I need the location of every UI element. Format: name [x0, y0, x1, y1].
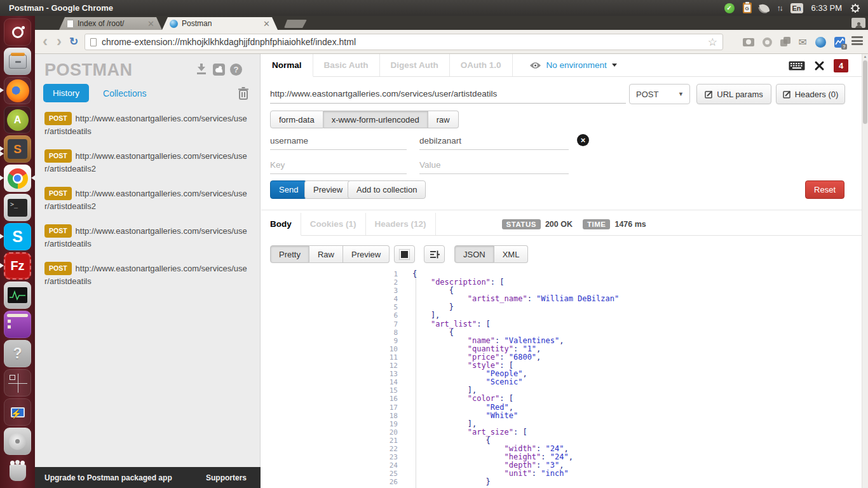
history-item[interactable]: POSThttp://www.eastonartgalleries.com/se… — [35, 259, 260, 290]
supporters-link[interactable]: Supporters — [206, 473, 247, 482]
tab-close-icon[interactable]: ✕ — [142, 20, 154, 28]
new-tab-button[interactable] — [284, 20, 307, 28]
tab-raw[interactable]: raw — [428, 111, 459, 128]
ring-extension-icon[interactable] — [763, 37, 772, 47]
view-pretty-button[interactable]: Pretty — [270, 245, 309, 263]
help-icon[interactable]: ? — [230, 64, 242, 76]
launcher-disks-icon[interactable] — [4, 428, 31, 455]
launcher-software-icon[interactable] — [4, 311, 31, 338]
tab-body[interactable]: Body — [261, 213, 301, 236]
tab-close-icon[interactable]: ✕ — [258, 20, 270, 28]
tab-normal[interactable]: Normal — [261, 54, 313, 77]
param-value-input[interactable] — [419, 132, 569, 150]
globe-extension-icon[interactable] — [815, 37, 826, 48]
preview-button[interactable]: Preview — [304, 180, 351, 199]
param-value-input[interactable] — [419, 156, 569, 174]
profile-button[interactable] — [851, 18, 865, 28]
tab-oauth[interactable]: OAuth 1.0 — [450, 54, 513, 76]
browser-tabstrip: Index of /root/ ✕ Postman ✕ — [35, 16, 868, 30]
forward-button[interactable]: › — [57, 32, 62, 50]
view-raw-button[interactable]: Raw — [309, 245, 343, 263]
trash-icon[interactable] — [236, 86, 250, 101]
chart-extension-icon[interactable]: ? — [834, 37, 845, 48]
launcher-filezilla-icon[interactable]: Fz — [4, 252, 31, 280]
param-key-input[interactable] — [270, 156, 407, 174]
reload-button[interactable]: ↻ — [69, 35, 78, 48]
send-button[interactable]: Send — [270, 180, 307, 199]
notification-badge[interactable]: 4 — [834, 59, 848, 72]
back-button[interactable]: ‹ — [43, 32, 48, 50]
bookmark-star-icon[interactable]: ☆ — [708, 36, 717, 49]
status-badge: STATUS — [502, 219, 541, 229]
launcher-firefox-icon[interactable] — [4, 77, 31, 104]
browser-menu-button[interactable] — [851, 36, 863, 46]
launcher-android-studio-icon[interactable]: A — [4, 106, 31, 133]
response-meta: STATUS 200 OK TIME 1476 ms — [502, 213, 656, 235]
tab-digest-auth[interactable]: Digest Auth — [380, 54, 450, 76]
history-tab[interactable]: History — [43, 84, 89, 102]
tab-x-www-form-urlencoded[interactable]: x-www-form-urlencoded — [323, 111, 428, 128]
time-value: 1476 ms — [614, 220, 646, 229]
history-url: http://www.eastonartgalleries.com/servic… — [44, 151, 247, 173]
view-preview-button[interactable]: Preview — [343, 245, 390, 263]
add-to-collection-button[interactable]: Add to collection — [348, 180, 426, 199]
clock[interactable]: 6:33 PM — [811, 3, 842, 13]
tab-basic-auth[interactable]: Basic Auth — [313, 54, 380, 76]
keyboard-layout-indicator[interactable]: En — [790, 3, 803, 13]
url-params-button[interactable]: URL params — [696, 84, 771, 104]
launcher-files-icon[interactable] — [4, 48, 31, 75]
tab-cookies[interactable]: Cookies (1) — [301, 213, 366, 235]
leaf-icon[interactable] — [759, 3, 770, 13]
request-url-input[interactable] — [270, 84, 626, 104]
headers-button[interactable]: Headers (0) — [776, 84, 845, 104]
launcher-help-icon[interactable]: ? — [4, 340, 31, 367]
upgrade-link[interactable]: Upgrade to Postman packaged app — [44, 473, 172, 482]
launcher-sublime-text-icon[interactable]: S — [4, 135, 31, 163]
headers-label: Headers (0) — [795, 90, 839, 99]
launcher-workspace-switcher-icon[interactable] — [4, 369, 31, 396]
param-key-input[interactable] — [270, 132, 407, 150]
browser-tab-postman[interactable]: Postman ✕ — [162, 17, 278, 30]
launcher-system-monitor-icon[interactable] — [4, 281, 31, 309]
browser-tab-index-of-root[interactable]: Index of /root/ ✕ — [59, 17, 162, 30]
history-item[interactable]: POSThttp://www.eastonartgalleries.com/se… — [35, 184, 260, 215]
launcher-terminal-icon[interactable]: >_ — [4, 194, 31, 221]
stack-extension-icon[interactable] — [780, 37, 790, 47]
twitter-icon[interactable] — [213, 64, 225, 76]
scrollbar-thumb[interactable] — [863, 60, 867, 124]
tab-form-data[interactable]: form-data — [270, 111, 323, 128]
history-item[interactable]: POSThttp://www.eastonartgalleries.com/se… — [35, 221, 260, 253]
filezilla-running-indicator — [0, 263, 6, 268]
history-item[interactable]: POSThttp://www.eastonartgalleries.com/se… — [35, 109, 260, 140]
address-bar[interactable]: chrome-extension://mkhojklkhkdaghjjfdnph… — [85, 34, 723, 50]
launcher-trash-icon[interactable] — [4, 459, 31, 486]
clipboard-icon[interactable]: G — [743, 3, 752, 13]
skype-status-icon[interactable]: ✓ — [724, 3, 735, 13]
tab-headers[interactable]: Headers (12) — [366, 213, 436, 235]
launcher-remote-desktop-icon[interactable]: ⚡ — [4, 398, 31, 426]
keyboard-shortcuts-icon[interactable] — [789, 61, 805, 71]
download-icon[interactable] — [195, 63, 208, 76]
page-scrollbar[interactable]: ▲ — [862, 54, 868, 488]
reset-button[interactable]: Reset — [805, 180, 844, 199]
format-xml-button[interactable]: XML — [494, 245, 529, 263]
environment-selector[interactable]: No environment — [529, 54, 617, 76]
launcher-ubuntu-dash-icon[interactable] — [4, 18, 31, 46]
scroll-up-arrow[interactable]: ▲ — [862, 55, 868, 58]
session-gear-icon[interactable] — [850, 3, 860, 13]
mail-extension-icon[interactable]: ✉ — [799, 36, 807, 48]
expand-button[interactable] — [394, 245, 415, 263]
launcher-chrome-icon[interactable] — [4, 165, 31, 192]
line-wrap-button[interactable] — [424, 245, 445, 263]
launcher-skype-icon[interactable]: S — [4, 223, 31, 250]
tab-title: Index of /root/ — [78, 19, 124, 28]
history-item[interactable]: POSThttp://www.eastonartgalleries.com/se… — [35, 146, 260, 178]
delete-param-button[interactable]: × — [577, 134, 589, 146]
collections-tab[interactable]: Collections — [103, 88, 146, 98]
format-json-button[interactable]: JSON — [454, 245, 494, 263]
tools-icon[interactable] — [814, 60, 825, 71]
url-params-label: URL params — [717, 90, 763, 99]
network-arrows-icon[interactable]: ↑↓ — [777, 4, 782, 13]
method-select[interactable]: POST ▼ — [629, 84, 690, 104]
camera-extension-icon[interactable] — [743, 38, 754, 46]
